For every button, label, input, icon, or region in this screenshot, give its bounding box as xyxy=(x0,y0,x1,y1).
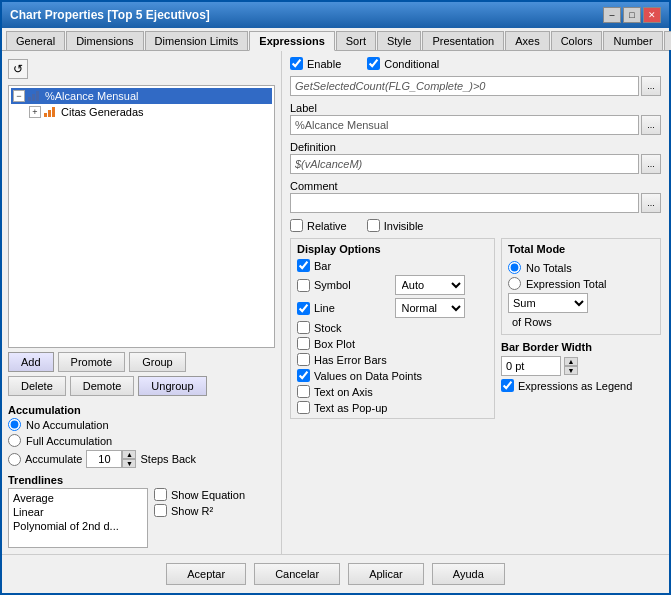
tree-item-alcance-label: %Alcance Mensual xyxy=(45,90,139,102)
trendlines-list[interactable]: Average Linear Polynomial of 2nd d... xyxy=(8,488,148,548)
expressions-legend-checkbox[interactable] xyxy=(501,379,514,392)
conditional-checkbox[interactable] xyxy=(367,57,380,70)
display-options-section: Display Options Bar Symbol xyxy=(290,238,495,419)
total-mode-title: Total Mode xyxy=(508,243,654,255)
conditional-label: Conditional xyxy=(384,58,439,70)
error-bars-checkbox[interactable] xyxy=(297,353,310,366)
no-totals-label: No Totals xyxy=(526,262,572,274)
tab-dimension-limits[interactable]: Dimension Limits xyxy=(145,31,249,50)
tab-font[interactable]: Font xyxy=(664,31,671,50)
aplicar-button[interactable]: Aplicar xyxy=(348,563,424,585)
ayuda-button[interactable]: Ayuda xyxy=(432,563,505,585)
refresh-button[interactable]: ↺ xyxy=(8,59,28,79)
no-totals-radio[interactable] xyxy=(508,261,521,274)
tab-style[interactable]: Style xyxy=(377,31,421,50)
delete-button[interactable]: Delete xyxy=(8,376,66,396)
minimize-button[interactable]: – xyxy=(603,7,621,23)
definition-field-row: ... xyxy=(290,154,661,174)
bar-border-up[interactable]: ▲ xyxy=(564,357,578,366)
expand-icon-alcance[interactable]: − xyxy=(13,90,25,102)
text-as-popup-checkbox[interactable] xyxy=(297,401,310,414)
add-button[interactable]: Add xyxy=(8,352,54,372)
line-checkbox[interactable] xyxy=(297,302,310,315)
right-col: Total Mode No Totals Expression Total xyxy=(501,238,661,419)
accumulate-radio[interactable] xyxy=(8,453,21,466)
show-r2-checkbox[interactable] xyxy=(154,504,167,517)
box-plot-checkbox[interactable] xyxy=(297,337,310,350)
line-select[interactable]: Normal xyxy=(395,298,465,318)
bar-border-title: Bar Border Width xyxy=(501,341,661,353)
tab-axes[interactable]: Axes xyxy=(505,31,549,50)
tab-dimensions[interactable]: Dimensions xyxy=(66,31,143,50)
steps-spinner: ▲ ▼ xyxy=(86,450,136,468)
label-input[interactable] xyxy=(290,115,639,135)
relative-checkbox[interactable] xyxy=(290,219,303,232)
definition-input[interactable] xyxy=(290,154,639,174)
aceptar-button[interactable]: Aceptar xyxy=(166,563,246,585)
title-controls: – □ ✕ xyxy=(603,7,661,23)
label-field-row: ... xyxy=(290,115,661,135)
bar-border-input[interactable] xyxy=(501,356,561,376)
of-rows-label: of Rows xyxy=(508,316,654,328)
bar-border-section: Bar Border Width ▲ ▼ Expressions as Lege… xyxy=(501,341,661,392)
enable-checkbox[interactable] xyxy=(290,57,303,70)
tree-item-alcance[interactable]: − %Alcance Mensual xyxy=(11,88,272,104)
group-button[interactable]: Group xyxy=(129,352,186,372)
trendline-average[interactable]: Average xyxy=(11,491,145,505)
promote-button[interactable]: Promote xyxy=(58,352,126,372)
enable-row: Enable Conditional xyxy=(290,57,661,70)
show-equation-item: Show Equation xyxy=(154,488,245,501)
expression-total-radio[interactable] xyxy=(508,277,521,290)
tab-presentation[interactable]: Presentation xyxy=(422,31,504,50)
show-equation-checkbox[interactable] xyxy=(154,488,167,501)
tab-general[interactable]: General xyxy=(6,31,65,50)
values-on-data-checkbox[interactable] xyxy=(297,369,310,382)
bar-border-down[interactable]: ▼ xyxy=(564,366,578,375)
enable-item: Enable xyxy=(290,57,341,70)
conditional-expand-button[interactable]: ... xyxy=(641,76,661,96)
spinner-up[interactable]: ▲ xyxy=(122,450,136,459)
stock-label: Stock xyxy=(314,322,342,334)
demote-button[interactable]: Demote xyxy=(70,376,135,396)
label-expand-button[interactable]: ... xyxy=(641,115,661,135)
tab-sort[interactable]: Sort xyxy=(336,31,376,50)
definition-title: Definition xyxy=(290,141,661,153)
no-accumulation-radio[interactable] xyxy=(8,418,21,431)
enable-label: Enable xyxy=(307,58,341,70)
tab-number[interactable]: Number xyxy=(603,31,662,50)
full-accumulation-radio[interactable] xyxy=(8,434,21,447)
sum-select[interactable]: Sum xyxy=(508,293,588,313)
options-total-row: Display Options Bar Symbol xyxy=(290,238,661,419)
tree-item-citas[interactable]: + Citas Generadas xyxy=(11,104,272,120)
stock-checkbox[interactable] xyxy=(297,321,310,334)
comment-field-row: ... xyxy=(290,193,661,213)
tree-toolbar: ↺ xyxy=(8,57,275,81)
text-on-axis-checkbox[interactable] xyxy=(297,385,310,398)
conditional-input[interactable] xyxy=(290,76,639,96)
text-as-popup-label: Text as Pop-up xyxy=(314,402,387,414)
trendline-linear[interactable]: Linear xyxy=(11,505,145,519)
spinner-down[interactable]: ▼ xyxy=(122,459,136,468)
bar-checkbox[interactable] xyxy=(297,259,310,272)
close-button[interactable]: ✕ xyxy=(643,7,661,23)
invisible-checkbox[interactable] xyxy=(367,219,380,232)
definition-expand-button[interactable]: ... xyxy=(641,154,661,174)
symbol-checkbox[interactable] xyxy=(297,279,310,292)
no-accumulation-label: No Accumulation xyxy=(26,419,109,431)
comment-expand-button[interactable]: ... xyxy=(641,193,661,213)
maximize-button[interactable]: □ xyxy=(623,7,641,23)
tab-colors[interactable]: Colors xyxy=(551,31,603,50)
ungroup-button[interactable]: Ungroup xyxy=(138,376,206,396)
expand-icon-citas[interactable]: + xyxy=(29,106,41,118)
tabs-row: General Dimensions Dimension Limits Expr… xyxy=(2,28,669,51)
symbol-select[interactable]: Auto xyxy=(395,275,465,295)
steps-input[interactable] xyxy=(86,450,122,468)
trendline-polynomial[interactable]: Polynomial of 2nd d... xyxy=(11,519,145,533)
comment-input[interactable] xyxy=(290,193,639,213)
cancelar-button[interactable]: Cancelar xyxy=(254,563,340,585)
text-on-axis-label: Text on Axis xyxy=(314,386,373,398)
error-bars-label: Has Error Bars xyxy=(314,354,387,366)
tab-expressions[interactable]: Expressions xyxy=(249,31,334,51)
accumulate-row: Accumulate ▲ ▼ Steps Back xyxy=(8,450,275,468)
action-buttons-row2: Delete Demote Ungroup xyxy=(8,376,275,396)
